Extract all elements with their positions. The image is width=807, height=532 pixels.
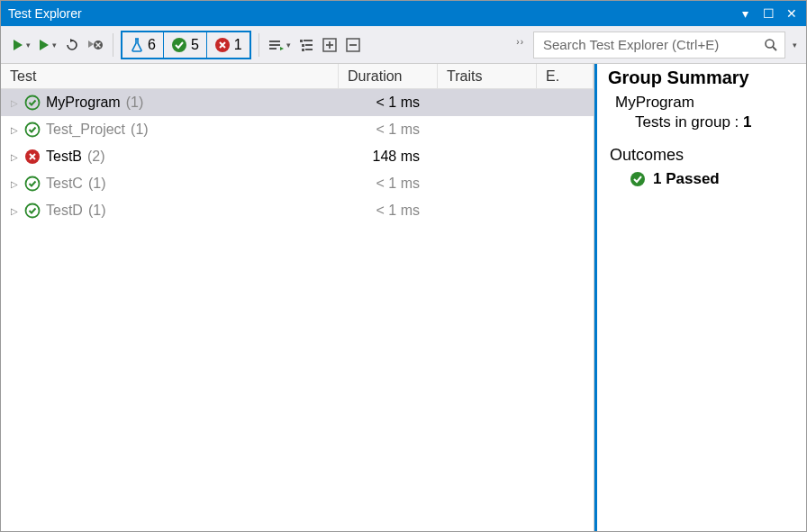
toolbar-overflow-button[interactable]: ›› <box>516 37 524 52</box>
expand-icon[interactable]: ▷ <box>10 206 19 216</box>
outcomes-heading: Outcomes <box>610 146 795 165</box>
test-name: TestD <box>46 203 83 219</box>
fail-icon <box>214 37 231 53</box>
toolbar: ▾ ▾ 6 5 1 ▾ ›› <box>1 26 806 64</box>
svg-rect-14 <box>304 40 313 41</box>
run-button[interactable]: ▾ <box>36 32 59 58</box>
expand-icon[interactable]: ▷ <box>10 179 19 189</box>
search-input[interactable] <box>533 32 785 59</box>
col-traits-header[interactable]: Traits <box>438 64 537 88</box>
titlebar: Test Explorer ▾ ☐ ✕ <box>1 1 806 26</box>
flask-icon <box>130 37 144 53</box>
tests-in-group: Tests in group : 1 <box>635 113 795 131</box>
test-name: MyProgram <box>46 95 121 111</box>
test-duration: 148 ms <box>339 149 438 165</box>
status-icon <box>24 95 41 111</box>
expand-all-button[interactable] <box>320 32 340 58</box>
svg-marker-12 <box>280 47 284 50</box>
test-row[interactable]: ▷TestB (2)148 ms <box>1 143 594 170</box>
filter-total-button[interactable]: 6 <box>122 32 164 58</box>
filter-failed-count: 1 <box>234 37 242 53</box>
test-row[interactable]: ▷MyProgram (1)< 1 ms <box>1 89 594 116</box>
svg-marker-1 <box>40 40 49 50</box>
status-icon <box>24 203 41 219</box>
content: Test Duration Traits E. ▷MyProgram (1)< … <box>1 64 806 532</box>
svg-point-31 <box>630 172 645 186</box>
test-row[interactable]: ▷Test_Project (1)< 1 ms <box>1 116 594 143</box>
separator <box>113 33 113 57</box>
test-row[interactable]: ▷TestD (1)< 1 ms <box>1 197 594 224</box>
pass-icon <box>630 171 646 187</box>
summary-panel: Group Summary MyProgram Tests in group :… <box>594 64 806 532</box>
svg-rect-15 <box>302 44 304 47</box>
search-options-button[interactable]: ▾ <box>793 41 797 50</box>
maximize-icon[interactable]: ☐ <box>761 6 775 21</box>
expand-icon[interactable]: ▷ <box>10 152 19 162</box>
column-headers: Test Duration Traits E. <box>1 64 594 89</box>
summary-heading: Group Summary <box>608 68 795 88</box>
test-row[interactable]: ▷TestC (1)< 1 ms <box>1 170 594 197</box>
test-duration: < 1 ms <box>339 203 438 219</box>
test-count: (1) <box>131 122 149 138</box>
filter-passed-button[interactable]: 5 <box>164 32 207 58</box>
window-controls: ▾ ☐ ✕ <box>738 6 799 21</box>
outcome-passed: 1 Passed <box>630 170 795 188</box>
test-name: Test_Project <box>46 122 125 138</box>
test-count: (1) <box>126 95 144 111</box>
separator <box>258 33 259 57</box>
filter-total-count: 6 <box>148 37 156 53</box>
test-count: (1) <box>88 203 106 219</box>
summary-group-name: MyProgram <box>615 94 795 112</box>
test-name: TestC <box>46 176 83 192</box>
svg-marker-3 <box>88 41 94 48</box>
svg-point-7 <box>172 38 186 52</box>
window-menu-icon[interactable]: ▾ <box>738 6 752 21</box>
svg-rect-17 <box>302 49 304 51</box>
search-box <box>533 32 785 59</box>
svg-rect-16 <box>305 44 313 46</box>
svg-rect-13 <box>300 40 303 42</box>
status-icon <box>24 176 41 192</box>
col-duration-header[interactable]: Duration <box>339 64 438 88</box>
filter-failed-button[interactable]: 1 <box>207 32 249 58</box>
expand-icon[interactable]: ▷ <box>10 98 19 108</box>
playlist-button[interactable]: ▾ <box>267 32 293 58</box>
test-duration: < 1 ms <box>339 122 438 138</box>
run-cancel-button[interactable] <box>86 32 105 58</box>
collapse-all-button[interactable] <box>343 32 363 58</box>
svg-marker-0 <box>14 40 23 50</box>
col-test-header[interactable]: Test <box>1 64 339 88</box>
test-list: ▷MyProgram (1)< 1 ms▷Test_Project (1)< 1… <box>1 89 594 224</box>
status-icon <box>24 149 41 165</box>
window-title: Test Explorer <box>8 6 738 21</box>
repeat-run-button[interactable] <box>62 32 82 58</box>
test-name: TestB <box>46 149 82 165</box>
filter-group: 6 5 1 <box>121 31 251 59</box>
svg-rect-9 <box>269 41 280 42</box>
expand-icon[interactable]: ▷ <box>10 125 19 135</box>
svg-rect-18 <box>305 49 313 50</box>
svg-rect-11 <box>269 48 277 50</box>
svg-marker-2 <box>70 39 74 42</box>
group-by-button[interactable] <box>296 32 316 58</box>
test-duration: < 1 ms <box>339 95 438 111</box>
run-all-button[interactable]: ▾ <box>10 32 32 58</box>
test-count: (2) <box>87 149 105 165</box>
pass-icon <box>171 37 187 53</box>
test-count: (1) <box>88 176 106 192</box>
status-icon <box>24 122 41 138</box>
col-error-header[interactable]: E. <box>537 64 594 88</box>
svg-rect-10 <box>269 44 280 46</box>
test-duration: < 1 ms <box>339 176 438 192</box>
test-list-panel: Test Duration Traits E. ▷MyProgram (1)< … <box>1 64 594 532</box>
close-icon[interactable]: ✕ <box>784 6 799 21</box>
filter-passed-count: 5 <box>191 37 199 53</box>
